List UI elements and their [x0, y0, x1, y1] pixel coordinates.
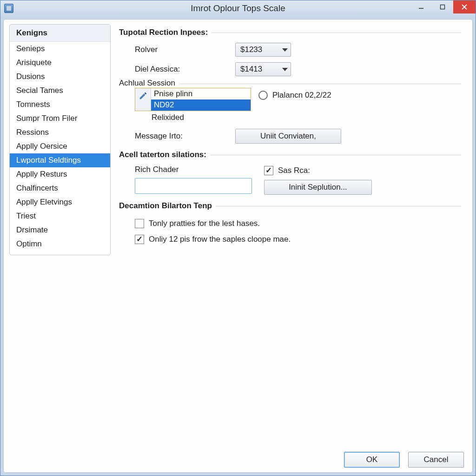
- list-item-selected[interactable]: ND92: [151, 99, 251, 111]
- pencil-icon: [135, 88, 151, 111]
- session-listbox[interactable]: Pnise plinn ND92: [135, 88, 251, 111]
- checkbox-label: Sas Rca:: [278, 166, 310, 175]
- sidebar-item[interactable]: Applly Resturs: [10, 167, 110, 181]
- fieldset-legend: Achlual Session: [119, 79, 180, 88]
- checkbox-label: Tonly pratties for the lest hases.: [149, 219, 260, 228]
- diel-label: Diel Aessica:: [119, 65, 235, 74]
- sidebar-item[interactable]: Dusions: [10, 70, 110, 84]
- rich-chader-label: Rich Chader: [135, 165, 252, 174]
- button-label: Uniit Conviaten,: [260, 132, 316, 141]
- sidebar-item[interactable]: Applly Eletvings: [10, 195, 110, 209]
- section-decamtion: Decamtion Bilarton Tenp Tonly pratties f…: [119, 201, 461, 244]
- list-item[interactable]: Pnise plinn: [151, 88, 251, 99]
- list-extra-label: Relixided: [119, 113, 461, 122]
- window-title: Imrot Oplour Tops Scale: [0, 3, 476, 13]
- ok-button[interactable]: OK: [344, 452, 400, 468]
- sidebar-item[interactable]: Secial Tames: [10, 84, 110, 98]
- app-icon: [4, 4, 13, 13]
- divider: [212, 33, 461, 33]
- sidebar-item-selected[interactable]: Lwportal Seldtings: [10, 153, 110, 167]
- opt2-checkbox[interactable]: Onliy 12 pis frow the saples cloope mae.: [135, 235, 461, 244]
- radio-label: Plalancn 02,2/22: [272, 91, 331, 100]
- checkbox-icon: [135, 235, 144, 244]
- diel-combo[interactable]: $1413: [235, 62, 291, 76]
- main-panel: Tupotal Rection Inpees: Rolver $1233 Die…: [117, 24, 467, 447]
- sidebar-item[interactable]: Arisiquete: [10, 56, 110, 70]
- session-fieldset: Achlual Session Pnise plinn ND92: [119, 84, 461, 144]
- category-sidebar: Kenigns Senieps Arisiquete Dusions Secia…: [9, 24, 111, 255]
- dialog-button-bar: OK Cancel: [9, 447, 467, 468]
- checkbox-icon: [264, 166, 273, 175]
- sidebar-item[interactable]: Senieps: [10, 42, 110, 56]
- section-heading-text: Acell taterton silations:: [119, 150, 206, 159]
- diel-value: $1413: [240, 65, 262, 74]
- client-area: Kenigns Senieps Arisiquete Dusions Secia…: [3, 19, 473, 473]
- sidebar-header: Kenigns: [10, 25, 110, 42]
- section-heading-text: Tupotal Rection Inpees:: [119, 28, 208, 37]
- titlebar: Imrot Oplour Tops Scale: [0, 0, 476, 16]
- section-heading: Tupotal Rection Inpees:: [119, 28, 461, 37]
- sidebar-item[interactable]: Applly Oersice: [10, 139, 110, 153]
- svg-rect-1: [441, 5, 445, 9]
- ininit-seplution-button[interactable]: Ininit Seplution...: [264, 180, 372, 195]
- plalancn-radio[interactable]: Plalancn 02,2/22: [258, 91, 331, 100]
- close-button[interactable]: [453, 0, 476, 13]
- divider: [216, 206, 461, 206]
- radio-icon: [258, 91, 268, 100]
- sidebar-item[interactable]: Triest: [10, 209, 110, 223]
- uniit-conviaten-button[interactable]: Uniit Conviaten,: [235, 129, 341, 144]
- section-tupotal: Tupotal Rection Inpees: Rolver $1233 Die…: [119, 28, 461, 144]
- sidebar-item[interactable]: Sumpr Trom Filer: [10, 112, 110, 126]
- section-heading: Decamtion Bilarton Tenp: [119, 201, 461, 211]
- rolver-label: Rolver: [119, 45, 235, 54]
- button-label: Cancel: [424, 455, 449, 464]
- rich-chader-input[interactable]: [135, 178, 252, 194]
- button-label: Ininit Seplution...: [289, 183, 347, 192]
- divider: [210, 155, 461, 155]
- sidebar-item[interactable]: Optimn: [10, 237, 110, 251]
- sas-rca-checkbox[interactable]: Sas Rca:: [264, 166, 372, 175]
- section-heading: Acell taterton silations:: [119, 150, 461, 159]
- cancel-button[interactable]: Cancel: [408, 452, 464, 468]
- opt1-checkbox[interactable]: Tonly pratties for the lest hases.: [135, 219, 461, 228]
- sidebar-item[interactable]: Drsimate: [10, 223, 110, 237]
- checkbox-label: Onliy 12 pis frow the saples cloope mae.: [149, 235, 291, 244]
- sidebar-item[interactable]: Ressions: [10, 126, 110, 139]
- message-label: Message Irto:: [119, 132, 235, 141]
- sidebar-item[interactable]: Tomnests: [10, 98, 110, 112]
- section-acell: Acell taterton silations: Rich Chader Sa…: [119, 150, 461, 195]
- chevron-down-icon: [282, 48, 288, 52]
- checkbox-icon: [135, 219, 144, 228]
- maximize-button[interactable]: [432, 0, 453, 13]
- dialog-window: Imrot Oplour Tops Scale Kenigns Senieps …: [0, 0, 476, 476]
- window-controls: [410, 0, 476, 16]
- rolver-value: $1233: [240, 45, 262, 54]
- rolver-combo[interactable]: $1233: [235, 43, 291, 57]
- button-label: OK: [366, 455, 378, 464]
- minimize-button[interactable]: [410, 0, 432, 13]
- section-heading-text: Decamtion Bilarton Tenp: [119, 201, 212, 211]
- chevron-down-icon: [282, 68, 288, 71]
- sidebar-item[interactable]: Chalfincerts: [10, 181, 110, 195]
